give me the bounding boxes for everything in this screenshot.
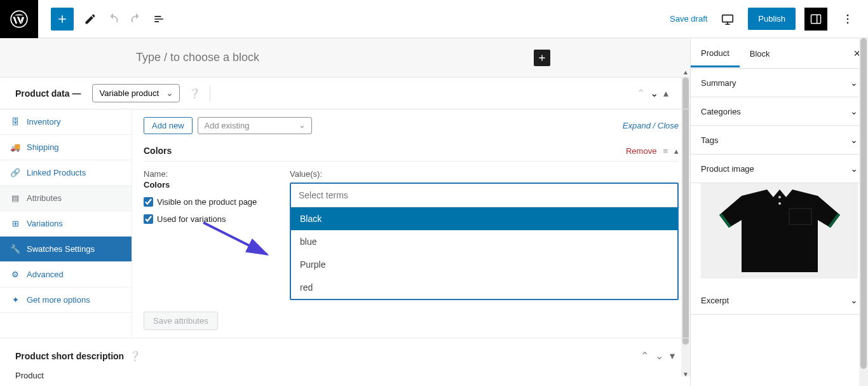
inventory-icon: 🗄 <box>10 117 20 127</box>
sidebar-tabs: Product Block × <box>691 38 868 69</box>
plus-icon <box>56 13 69 25</box>
dropdown-option-black[interactable]: Black <box>291 207 677 230</box>
add-existing-select[interactable]: Add existing <box>198 117 312 134</box>
undo-button[interactable] <box>102 8 125 31</box>
tab-linked-products[interactable]: 🔗Linked Products <box>0 160 132 186</box>
tab-inventory[interactable]: 🗄Inventory <box>0 109 132 135</box>
block-placeholder-text: Type / to choose a block <box>136 51 259 64</box>
save-draft-link[interactable]: Save draft <box>670 14 707 24</box>
options-menu[interactable] <box>836 8 859 31</box>
variations-icon: ⊞ <box>10 219 20 228</box>
attribute-title: Colors <box>144 146 172 156</box>
dots-vertical-icon <box>841 13 854 25</box>
tab-get-more[interactable]: ✦Get more options <box>0 287 132 313</box>
sparkle-icon: ✦ <box>10 295 20 305</box>
short-desc-controls: ⌃ ⌄ ▾ <box>641 350 675 362</box>
used-checkbox[interactable] <box>144 214 153 224</box>
toolbar-right: Save draft Publish <box>670 8 868 31</box>
save-attributes-button[interactable]: Save attributes <box>144 312 218 330</box>
dropdown-option-purple[interactable]: Purple <box>291 253 677 276</box>
short-description-title: Product short description <box>15 351 124 361</box>
attribute-right-col: Value(s): Black blue Purple red <box>290 169 679 300</box>
product-data-header: Product data — Variable product ❔ ⌃ ⌄ ▴ <box>0 78 690 109</box>
help-icon[interactable]: ❔ <box>189 88 201 99</box>
svg-rect-2 <box>811 15 821 23</box>
chevron-up-icon: ⌃ <box>850 163 858 174</box>
expand-close-link[interactable]: Expand / Close <box>623 121 679 130</box>
product-data-tabs: 🗄Inventory 🚚Shipping 🔗Linked Products ▤A… <box>0 109 132 338</box>
tab-variations[interactable]: ⊞Variations <box>0 211 132 237</box>
svg-point-5 <box>847 22 849 24</box>
attribute-top-row: Add new Add existing Expand / Close <box>144 117 679 134</box>
move-up-icon[interactable]: ⌃ <box>637 87 645 99</box>
visible-checkbox[interactable] <box>144 197 153 207</box>
block-placeholder-row[interactable]: Type / to choose a block <box>0 38 690 78</box>
sidebar-tab-block[interactable]: Block <box>740 40 780 66</box>
document-overview-button[interactable] <box>147 8 170 31</box>
dropdown-option-red[interactable]: red <box>291 276 677 299</box>
tab-swatches-settings[interactable]: 🔧Swatches Settings <box>0 237 132 262</box>
edit-tool[interactable] <box>79 8 102 31</box>
remove-attribute-link[interactable]: Remove <box>626 146 656 156</box>
redo-button[interactable] <box>125 8 147 31</box>
tab-advanced[interactable]: ⚙Advanced <box>0 262 132 287</box>
product-type-select[interactable]: Variable product <box>92 84 180 102</box>
plus-icon <box>537 53 547 63</box>
wordpress-icon <box>10 10 28 28</box>
panel-summary[interactable]: Summary⌄ <box>691 69 868 97</box>
product-data-body: 🗄Inventory 🚚Shipping 🔗Linked Products ▤A… <box>0 109 690 338</box>
panel-categories[interactable]: Categories⌄ <box>691 97 868 126</box>
collapse-attribute-icon[interactable]: ▴ <box>674 146 679 156</box>
move-up-icon[interactable]: ⌃ <box>641 350 649 362</box>
svg-point-8 <box>778 196 781 198</box>
settings-sidebar-toggle[interactable] <box>804 8 827 31</box>
svg-point-3 <box>847 14 849 16</box>
tab-shipping[interactable]: 🚚Shipping <box>0 135 132 160</box>
panel-product-image[interactable]: Product image⌃ <box>691 155 868 183</box>
chevron-down-icon: ⌄ <box>850 78 858 88</box>
dropdown-option-blue[interactable]: blue <box>291 230 677 253</box>
add-new-attribute-button[interactable]: Add new <box>144 117 193 134</box>
list-icon <box>153 13 165 25</box>
inline-add-block[interactable] <box>534 50 550 66</box>
link-icon: 🔗 <box>10 168 20 177</box>
collapse-icon[interactable]: ▴ <box>663 87 668 99</box>
panel-controls: ⌃ ⌄ ▴ <box>637 87 675 99</box>
short-description-panel: Product short description ❔ ⌃ ⌄ ▾ <box>0 338 690 367</box>
attribute-name-value: Colors <box>144 180 264 190</box>
move-down-icon[interactable]: ⌄ <box>650 87 658 99</box>
visible-checkbox-row[interactable]: Visible on the product page <box>144 197 264 207</box>
svg-rect-1 <box>722 15 733 22</box>
preview-button[interactable] <box>716 8 739 31</box>
page-scrollbar[interactable] <box>859 38 868 386</box>
publish-button[interactable]: Publish <box>748 8 796 30</box>
scrollbar-thumb[interactable] <box>860 38 867 369</box>
panel-tags[interactable]: Tags⌄ <box>691 126 868 155</box>
desktop-icon <box>721 12 735 26</box>
chevron-down-icon: ⌄ <box>850 295 858 305</box>
move-down-icon[interactable]: ⌄ <box>655 350 663 362</box>
attributes-icon: ▤ <box>10 193 20 203</box>
values-select-box: Black blue Purple red <box>290 183 679 300</box>
sidebar-tab-product[interactable]: Product <box>691 39 740 67</box>
wordpress-logo[interactable] <box>0 0 38 38</box>
product-image-preview[interactable] <box>701 183 858 279</box>
drag-handle-icon[interactable]: ≡ <box>663 146 668 156</box>
toolbar-left <box>38 8 170 31</box>
attribute-header: Colors Remove ≡ ▴ <box>144 146 679 162</box>
collapse-icon[interactable]: ▾ <box>670 350 675 362</box>
add-block-button[interactable] <box>51 8 74 31</box>
select-terms-input[interactable] <box>291 184 677 207</box>
pencil-icon <box>84 13 97 25</box>
divider <box>210 86 210 101</box>
panel-excerpt[interactable]: Excerpt⌄ <box>691 286 868 315</box>
redo-icon <box>129 12 143 26</box>
top-toolbar: Save draft Publish <box>0 0 868 38</box>
product-data-label: Product data — <box>15 88 81 99</box>
help-icon[interactable]: ❔ <box>129 350 141 362</box>
svg-point-9 <box>778 202 781 205</box>
short-description-content[interactable]: Product <box>0 367 690 384</box>
tab-attributes[interactable]: ▤Attributes <box>0 186 132 211</box>
annotation-arrow <box>200 219 276 264</box>
svg-point-4 <box>847 18 849 20</box>
